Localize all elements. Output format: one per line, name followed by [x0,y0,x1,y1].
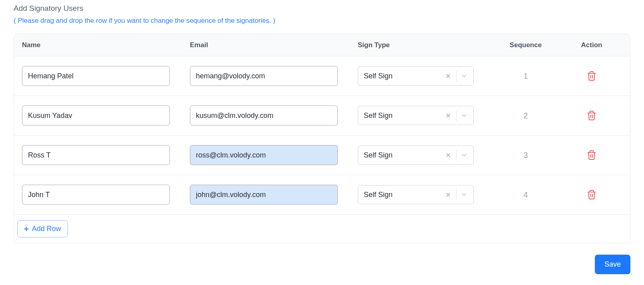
trash-icon [586,110,597,121]
name-input[interactable] [22,106,170,126]
delete-button[interactable] [584,68,599,84]
table-row[interactable]: Self Sign × 3 [14,136,630,175]
clear-icon[interactable]: × [443,151,454,160]
sequence-value: 2 [490,111,562,120]
clear-icon[interactable]: × [443,111,454,120]
sequence-value: 1 [490,72,562,81]
table-row[interactable]: Self Sign × 1 [14,56,630,96]
sign-type-label: Self Sign [364,112,443,120]
sequence-value: 3 [490,151,562,160]
trash-icon [586,150,597,160]
sign-type-select[interactable]: Self Sign × [358,66,474,86]
table-row[interactable]: Self Sign × 4 [14,175,630,215]
hint-text: ( Please drag and drop the row if you wa… [14,17,630,25]
trash-icon [586,189,597,200]
sign-type-label: Self Sign [364,151,443,159]
delete-button[interactable] [584,108,599,123]
trash-icon [586,71,597,81]
save-button[interactable]: Save [595,255,630,274]
table-row[interactable]: Self Sign × 2 [14,96,630,136]
col-sign-type: Sign Type [358,41,490,49]
sign-type-select[interactable]: Self Sign × [358,185,474,204]
sign-type-select[interactable]: Self Sign × [358,145,474,165]
email-input[interactable] [190,66,338,86]
plus-icon: + [24,225,29,233]
email-input[interactable] [190,106,338,126]
name-input[interactable] [22,145,170,165]
sign-type-select[interactable]: Self Sign × [358,106,474,125]
email-input[interactable] [190,185,338,205]
chevron-down-icon[interactable] [459,112,469,119]
col-action: Action [562,41,622,49]
add-row-button[interactable]: + Add Row [17,220,68,237]
sequence-value: 4 [490,190,562,199]
col-name: Name [22,41,190,49]
delete-button[interactable] [584,187,599,202]
delete-button[interactable] [584,147,599,163]
sign-type-label: Self Sign [364,72,443,80]
email-input[interactable] [190,145,338,165]
name-input[interactable] [22,185,170,205]
clear-icon[interactable]: × [443,190,454,199]
table-header: Name Email Sign Type Sequence Action [14,34,630,56]
chevron-down-icon[interactable] [459,72,469,80]
name-input[interactable] [22,66,170,86]
add-row-label: Add Row [32,225,61,233]
signatory-table: Name Email Sign Type Sequence Action Sel… [14,34,630,243]
chevron-down-icon[interactable] [459,191,469,198]
sign-type-label: Self Sign [364,191,443,199]
clear-icon[interactable]: × [443,72,454,81]
col-email: Email [190,41,358,49]
page-title: Add Signatory Users [14,4,630,13]
col-sequence: Sequence [490,41,562,49]
chevron-down-icon[interactable] [459,151,469,159]
